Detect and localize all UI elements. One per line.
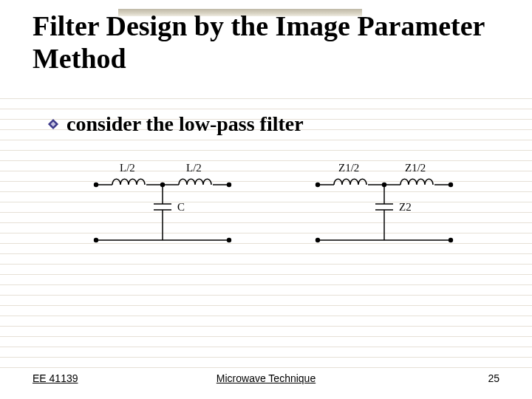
- circuit-diagrams: L/2 L/2 C Z1/2 Z1/2 Z2: [52, 155, 502, 273]
- diamond-bullet-icon: [47, 118, 59, 130]
- circuit-right: Z1/2 Z1/2 Z2: [303, 155, 480, 266]
- label-C: C: [177, 201, 185, 213]
- circuit-left: L/2 L/2 C: [81, 155, 259, 266]
- label-Z1-half-2: Z1/2: [405, 162, 426, 174]
- label-L-half-1: L/2: [120, 162, 135, 174]
- bullet-text: consider the low-pass filter: [66, 112, 304, 136]
- footer-course-code: EE 41139: [33, 372, 78, 384]
- label-Z2: Z2: [399, 201, 412, 213]
- slide-title: Filter Design by the Image Parameter Met…: [33, 10, 532, 75]
- bullet-row: consider the low-pass filter: [47, 112, 304, 136]
- label-L-half-2: L/2: [186, 162, 202, 174]
- label-Z1-half-1: Z1/2: [338, 162, 359, 174]
- footer-page-number: 25: [488, 372, 499, 384]
- footer-topic: Microwave Technique: [216, 372, 316, 384]
